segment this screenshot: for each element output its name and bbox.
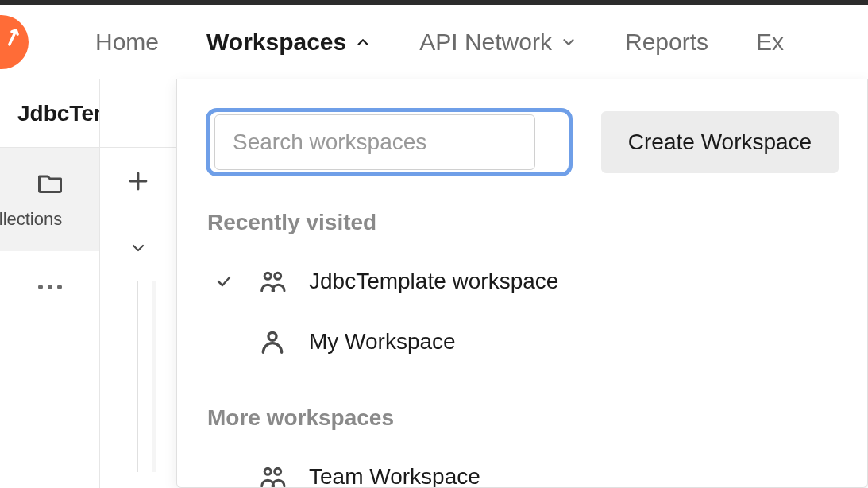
global-nav: Home Workspaces API Network Reports Ex bbox=[0, 5, 868, 79]
person-icon bbox=[257, 326, 288, 358]
app-logo bbox=[0, 5, 29, 79]
folder-icon bbox=[36, 169, 64, 198]
workspace-name: JdbcTemplate bbox=[0, 79, 99, 148]
svg-point-5 bbox=[268, 332, 276, 340]
workspace-item-label: My Workspace bbox=[309, 329, 456, 354]
collection-expand-toggle[interactable] bbox=[100, 215, 176, 281]
nav-api-network-label: API Network bbox=[419, 29, 552, 56]
chevron-down-icon bbox=[129, 238, 148, 258]
sidebar-more-button[interactable] bbox=[0, 251, 99, 323]
postman-logo-icon bbox=[0, 15, 29, 69]
workspace-item-jdbctemplate[interactable]: JdbcTemplate workspace bbox=[206, 251, 839, 312]
create-new-button[interactable] bbox=[100, 148, 176, 215]
chevron-up-icon bbox=[354, 33, 372, 51]
nav-api-network[interactable]: API Network bbox=[419, 29, 577, 56]
workspace-search-placeholder: Search workspaces bbox=[214, 114, 535, 170]
nav-home-label: Home bbox=[95, 29, 159, 56]
sidebar-tab-collections-label: llections bbox=[0, 209, 62, 230]
workspace-item-label: JdbcTemplate workspace bbox=[309, 269, 558, 294]
plus-icon bbox=[126, 169, 150, 193]
workspace-item-team-workspace[interactable]: Team Workspace bbox=[206, 447, 839, 488]
sidebar: JdbcTemplate llections bbox=[0, 79, 100, 488]
svg-point-1 bbox=[48, 285, 52, 289]
workspace-search-input[interactable]: Search workspaces bbox=[206, 108, 573, 176]
collection-tree-column bbox=[100, 79, 176, 488]
workspace-name-label: JdbcTemplate bbox=[17, 101, 99, 126]
nav-explore-label: Ex bbox=[756, 29, 784, 56]
create-workspace-button[interactable]: Create Workspace bbox=[601, 111, 839, 173]
workspace-item-my-workspace[interactable]: My Workspace bbox=[206, 312, 839, 372]
create-workspace-button-label: Create Workspace bbox=[628, 130, 812, 155]
nav-home[interactable]: Home bbox=[95, 29, 159, 56]
svg-point-0 bbox=[38, 285, 43, 289]
recent-section-head: Recently visited bbox=[207, 210, 839, 235]
team-icon bbox=[257, 461, 288, 488]
check-icon bbox=[214, 272, 233, 291]
team-icon bbox=[257, 265, 288, 297]
nav-reports[interactable]: Reports bbox=[625, 29, 708, 56]
svg-point-2 bbox=[57, 285, 62, 289]
svg-point-6 bbox=[264, 468, 271, 474]
more-horizontal-icon bbox=[37, 283, 64, 291]
chevron-down-icon bbox=[560, 33, 577, 51]
svg-point-3 bbox=[264, 273, 271, 279]
nav-workspaces-label: Workspaces bbox=[206, 29, 346, 56]
workspace-item-label: Team Workspace bbox=[309, 464, 480, 488]
svg-point-4 bbox=[275, 273, 281, 279]
svg-point-7 bbox=[275, 468, 281, 474]
nav-explore[interactable]: Ex bbox=[756, 29, 784, 56]
nav-reports-label: Reports bbox=[625, 29, 708, 56]
more-section-head: More workspaces bbox=[207, 405, 839, 431]
sidebar-tab-collections[interactable]: llections bbox=[0, 148, 99, 251]
nav-workspaces[interactable]: Workspaces bbox=[206, 29, 372, 56]
workspaces-dropdown: Search workspaces Create Workspace Recen… bbox=[176, 79, 868, 488]
